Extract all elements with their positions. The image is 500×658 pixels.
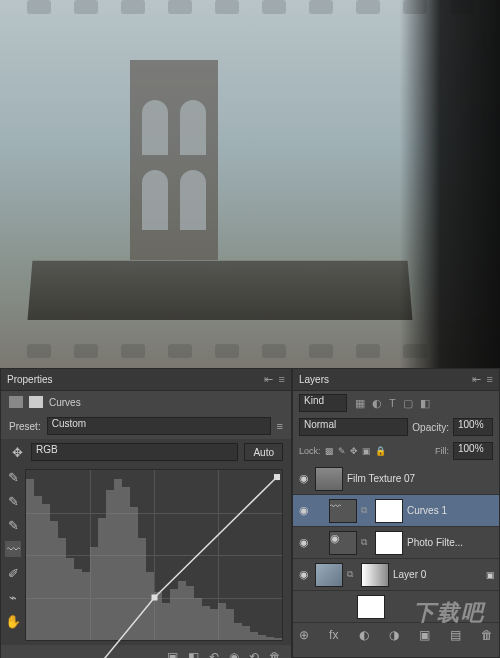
layers-panel: Layers ⇤≡ Kind ▦ ◐ T ▢ ◧ Normal Opacity:… [292,368,500,658]
layer-name[interactable]: Photo Filte... [407,537,495,548]
mask-thumb[interactable] [357,595,385,619]
sampler-gray-icon[interactable]: ✎ [5,493,21,509]
watermark: 下载吧 [413,598,485,628]
smart-object-icon: ▣ [486,570,495,580]
svg-rect-2 [151,594,157,600]
fx-icon[interactable]: fx [329,628,338,642]
pencil-tool-icon[interactable]: ✐ [5,565,21,581]
layers-menu-icon[interactable]: ≡ [487,373,493,386]
opacity-input[interactable]: 100% [453,418,493,436]
pixel-filter-icon[interactable]: ▦ [355,397,365,410]
channel-dropdown[interactable]: RGB [31,443,238,461]
curves-graph[interactable] [25,469,283,641]
sampler-white-icon[interactable]: ✎ [5,469,21,485]
adj-filter-icon[interactable]: ◐ [372,397,382,410]
adjustment-label: Curves [49,397,81,408]
properties-tab[interactable]: Properties [7,374,53,385]
blend-mode-dropdown[interactable]: Normal [299,418,408,436]
layer-name[interactable]: Film Texture 07 [347,473,495,484]
link-icon[interactable]: ⧉ [361,505,371,516]
properties-panel: Properties ⇤≡ Curves Preset: Custom ≡ ✥ … [0,368,292,658]
mask-thumb[interactable] [375,531,403,555]
layers-tab[interactable]: Layers [299,374,329,385]
visibility-toggle-icon[interactable]: ◉ [297,472,311,485]
mask-thumb[interactable] [361,563,389,587]
lock-label: Lock: [299,446,321,456]
fill-input[interactable]: 100% [453,442,493,460]
smooth-tool-icon[interactable]: ⌁ [5,589,21,605]
link-icon[interactable]: ⧉ [347,569,357,580]
menu-icon[interactable]: ≡ [279,373,285,386]
visibility-toggle-icon[interactable]: ◉ [297,568,311,581]
layer-row[interactable]: ◉ ◉ ⧉ Photo Filte... [293,527,499,559]
preset-menu-icon[interactable]: ≡ [277,420,283,432]
point-tool-icon[interactable]: 〰 [5,541,21,557]
adj-thumb[interactable]: 〰 [329,499,357,523]
new-layer-icon[interactable]: ▤ [450,628,461,642]
preset-label: Preset: [9,421,41,432]
layer-name[interactable]: Curves 1 [407,505,495,516]
type-filter-icon[interactable]: T [389,397,396,410]
collapse-icon[interactable]: ⇤ [264,373,273,386]
mask-icon [29,396,43,408]
visibility-toggle-icon[interactable]: ◉ [297,504,311,517]
lock-all-icon[interactable]: 🔒 [375,446,386,456]
eyedropper-tool-icon[interactable]: ✥ [9,444,25,460]
lock-trans-icon[interactable]: ▩ [325,446,334,456]
smart-filter-icon[interactable]: ◧ [420,397,430,410]
sampler-black-icon[interactable]: ✎ [5,517,21,533]
layer-thumb[interactable] [315,467,343,491]
layer-name[interactable]: Layer 0 [393,569,482,580]
group-icon[interactable]: ▣ [419,628,430,642]
opacity-label: Opacity: [412,422,449,433]
layer-row[interactable]: ◉ Film Texture 07 [293,463,499,495]
auto-button[interactable]: Auto [244,443,283,461]
lock-pixel-icon[interactable]: ✎ [338,446,346,456]
document-canvas[interactable] [0,0,500,368]
hand-tool-icon[interactable]: ✋ [5,613,21,629]
delete-layer-icon[interactable]: 🗑 [481,628,493,642]
link-icon[interactable]: ⧉ [361,537,371,548]
layer-row[interactable]: ◉ ⧉ Layer 0 ▣ [293,559,499,591]
fill-label: Fill: [435,446,449,456]
shape-filter-icon[interactable]: ▢ [403,397,413,410]
mask-thumb[interactable] [375,499,403,523]
filter-dropdown[interactable]: Kind [299,394,347,412]
adjustment-add-icon[interactable]: ◑ [389,628,399,642]
adj-thumb[interactable]: ◉ [329,531,357,555]
layer-row[interactable]: ◉ 〰 ⧉ Curves 1 [293,495,499,527]
svg-rect-3 [274,474,280,480]
preset-dropdown[interactable]: Custom [47,417,271,435]
layer-thumb[interactable] [315,563,343,587]
curves-adj-icon [9,396,23,408]
lock-pos-icon[interactable]: ✥ [350,446,358,456]
lock-artboard-icon[interactable]: ▣ [362,446,371,456]
visibility-toggle-icon[interactable]: ◉ [297,536,311,549]
collapse-layers-icon[interactable]: ⇤ [472,373,481,386]
link-layers-icon[interactable]: ⊕ [299,628,309,642]
mask-add-icon[interactable]: ◐ [359,628,369,642]
